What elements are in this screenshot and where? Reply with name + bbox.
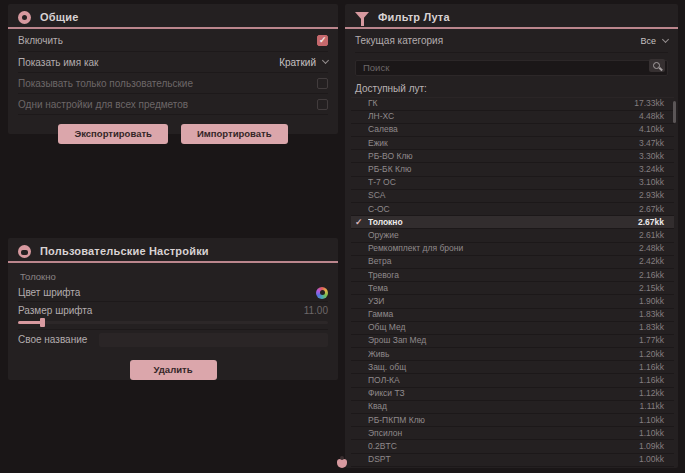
- only-custom-checkbox[interactable]: [317, 78, 328, 89]
- loot-item-row[interactable]: Квад1.11kk: [351, 401, 674, 414]
- custom-panel-header: Пользовательские Настройки: [8, 238, 338, 263]
- loot-item-value: 1.77kk: [639, 334, 664, 347]
- name-as-select[interactable]: Краткий: [279, 57, 328, 68]
- loot-item-value: 2.16kk: [639, 269, 664, 282]
- loot-item-name: Ремкомплект для брони: [368, 242, 639, 255]
- loot-item-value: 2.48kk: [639, 242, 664, 255]
- export-button[interactable]: Экспортировать: [58, 124, 167, 144]
- loot-item-row[interactable]: Ежик3.47kk: [351, 137, 674, 150]
- loot-item-row[interactable]: ЛН-ХС4.48kk: [351, 111, 674, 124]
- custom-name-input[interactable]: [99, 333, 328, 347]
- loot-item-row[interactable]: Фикси ТЗ1.12kk: [351, 388, 674, 401]
- loot-item-row[interactable]: 0.2BTC1.09kk: [351, 440, 674, 453]
- loot-item-value: 1.00kk: [639, 453, 664, 466]
- loot-item-row[interactable]: Гамма1.83kk: [351, 309, 674, 322]
- loot-item-name: Фикси ТЗ: [368, 387, 639, 400]
- loot-item-value: 2.67kk: [638, 216, 664, 229]
- loot-item-row[interactable]: Т-7 ОС3.10kk: [351, 177, 674, 190]
- loot-item-value: 2.93kk: [639, 189, 664, 202]
- loot-item-value: 1.12kk: [639, 387, 664, 400]
- loot-item-row[interactable]: УЗИ1.90kk: [351, 295, 674, 308]
- loot-item-value: 1.20kk: [639, 348, 664, 361]
- check-icon: ✓: [353, 216, 368, 229]
- loot-item-name: Эпсилон: [368, 427, 639, 440]
- loot-item-name: Общ Мед: [368, 321, 639, 334]
- loot-item-name: Ежик: [368, 137, 639, 150]
- loot-item-row[interactable]: Эпсилон1.10kk: [351, 427, 674, 440]
- loot-item-value: 2.67kk: [639, 203, 664, 216]
- loot-item-value: 2.61kk: [639, 229, 664, 242]
- loot-item-row[interactable]: Оружие2.61kk: [351, 229, 674, 242]
- loot-item-value: 2.15kk: [639, 282, 664, 295]
- loot-item-name: УЗИ: [368, 295, 639, 308]
- loot-item-row[interactable]: Эрош Зап Мед1.77kk: [351, 335, 674, 348]
- loot-item-row[interactable]: РБ-БК Клю3.24kk: [351, 163, 674, 176]
- loot-item-row[interactable]: Тема2.15kk: [351, 282, 674, 295]
- category-value: Все: [640, 36, 656, 46]
- font-size-slider[interactable]: [18, 319, 328, 327]
- loot-item-row[interactable]: Ветра2.42kk: [351, 256, 674, 269]
- loot-item-name: DSPT: [368, 453, 639, 466]
- loot-item-value: 1.16kk: [639, 374, 664, 387]
- filter-panel-title: Фильтр Лута: [378, 11, 450, 23]
- delete-button[interactable]: Удалить: [130, 360, 217, 380]
- loot-item-name: Квад: [368, 400, 640, 413]
- font-size-row: Размер шрифта 11.00: [18, 302, 328, 318]
- loot-item-row[interactable]: ПОЛ-КА1.16kk: [351, 374, 674, 387]
- loot-item-value: 1.16kk: [639, 361, 664, 374]
- only-custom-label: Показывать только пользовательские: [18, 78, 193, 89]
- slider-track: [18, 321, 328, 324]
- category-select[interactable]: Все: [640, 36, 668, 46]
- loot-item-row[interactable]: ГК17.33kk: [351, 98, 674, 111]
- loot-item-row[interactable]: Тревога2.16kk: [351, 269, 674, 282]
- loot-item-name: ПОЛ-КА: [368, 374, 639, 387]
- filter-panel-header: Фильтр Лута: [345, 4, 678, 29]
- loot-item-name: ГК: [368, 97, 634, 110]
- loot-item-row[interactable]: Ремкомплект для брони2.48kk: [351, 243, 674, 256]
- loot-item-row[interactable]: Живь1.20kk: [351, 348, 674, 361]
- loot-item-row[interactable]: Салева4.10kk: [351, 124, 674, 137]
- loot-item-value: 1.10kk: [639, 414, 664, 427]
- loot-item-name: Толокно: [368, 216, 638, 229]
- color-wheel-icon[interactable]: [316, 287, 328, 299]
- loot-item-row[interactable]: ✓Толокно2.67kk: [351, 216, 674, 229]
- font-size-slider-thumb[interactable]: [40, 318, 45, 327]
- enable-row: Включить: [18, 29, 328, 52]
- custom-settings-panel: Пользовательские Настройки Толокно Цвет …: [8, 238, 338, 380]
- user-badge-icon: [18, 245, 31, 258]
- loot-item-value: 3.24kk: [639, 163, 664, 176]
- loot-item-name: Эрош Зап Мед: [368, 334, 639, 347]
- same-for-all-label: Одни настройки для всех предметов: [18, 99, 188, 110]
- general-settings-panel: Общие Включить Показать имя как Краткий …: [8, 4, 338, 134]
- loot-item-value: 3.47kk: [639, 137, 664, 150]
- loot-item-row[interactable]: Общ Мед1.83kk: [351, 322, 674, 335]
- loot-item-value: 1.11kk: [640, 400, 664, 413]
- chevron-down-icon: [662, 35, 669, 42]
- scrollbar-thumb[interactable]: [673, 101, 676, 123]
- loot-item-row[interactable]: РБ-ВО Клю3.30kk: [351, 150, 674, 163]
- search-icon[interactable]: [649, 59, 665, 72]
- same-for-all-checkbox[interactable]: [317, 99, 328, 110]
- loot-item-name: С-ОС: [368, 203, 639, 216]
- loot-item-name: Тревога: [368, 269, 639, 282]
- loot-item-value: 3.10kk: [639, 176, 664, 189]
- search-input[interactable]: [355, 60, 668, 76]
- font-color-row: Цвет шрифта: [18, 284, 328, 302]
- loot-item-name: РБ-ПКПМ Клю: [368, 414, 639, 427]
- loot-item-name: РБ-БК Клю: [368, 163, 639, 176]
- loot-item-value: 2.42kk: [639, 255, 664, 268]
- gear-icon: [18, 11, 31, 24]
- import-button[interactable]: Импортировать: [181, 124, 288, 144]
- loot-item-row[interactable]: РБ-ПКПМ Клю1.10kk: [351, 414, 674, 427]
- enable-checkbox[interactable]: [317, 35, 328, 46]
- only-custom-row: Показывать только пользовательские: [18, 73, 328, 94]
- loot-list-label: Доступный лут:: [355, 83, 668, 94]
- font-size-label: Размер шрифта: [18, 305, 92, 316]
- custom-name-label: Свое название: [18, 334, 87, 345]
- loot-item-value: 4.10kk: [639, 123, 664, 136]
- loot-item-row[interactable]: DSPT1.00kk: [351, 454, 674, 467]
- same-for-all-row: Одни настройки для всех предметов: [18, 94, 328, 115]
- loot-item-row[interactable]: Защ. общ1.16kk: [351, 361, 674, 374]
- loot-item-row[interactable]: С-ОС2.67kk: [351, 203, 674, 216]
- loot-item-row[interactable]: SCA2.93kk: [351, 190, 674, 203]
